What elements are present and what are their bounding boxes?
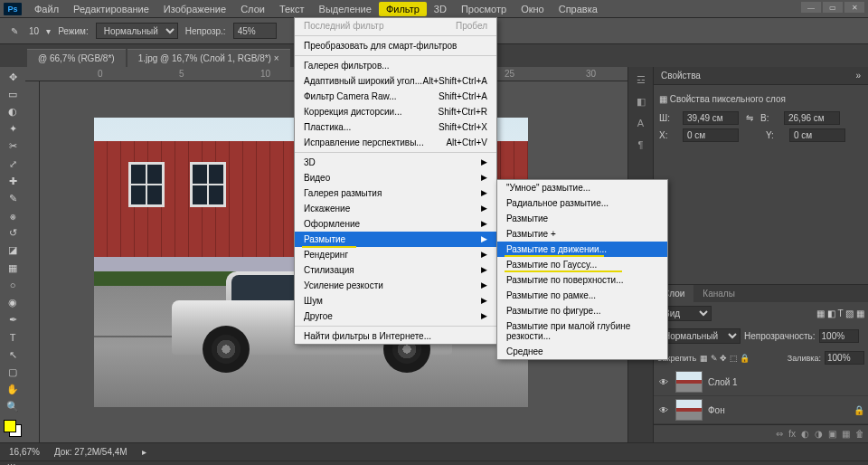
fx-icon[interactable]: fx [788, 429, 796, 439]
layer-opacity-input[interactable] [819, 329, 859, 343]
filter-menu-item[interactable]: Шум▶ [295, 293, 496, 308]
y-input[interactable] [789, 128, 845, 142]
pen-tool[interactable]: ✒ [2, 312, 24, 328]
layer-blend-select[interactable]: Нормальный [657, 328, 741, 344]
blur-submenu-item[interactable]: Размытие в движении... [497, 242, 667, 257]
filter-menu-item[interactable]: Галерея размытия▶ [295, 185, 496, 201]
filter-menu-item[interactable]: Исправление перспективы...Alt+Ctrl+V [295, 135, 496, 150]
menu-3d[interactable]: 3D [427, 2, 454, 16]
document-tab[interactable]: 1.jpg @ 16,7% (Слой 1, RGB/8*) × [127, 49, 290, 67]
type-tool[interactable]: T [2, 329, 24, 346]
heal-tool[interactable]: ✚ [2, 173, 24, 189]
filter-menu-item[interactable]: Размытие▶ [295, 232, 496, 247]
filter-menu-item[interactable]: Видео▶ [295, 170, 496, 185]
eyedropper-tool[interactable]: ⤢ [2, 156, 24, 172]
folder-icon[interactable]: ▣ [828, 429, 836, 439]
wand-tool[interactable]: ✦ [2, 121, 24, 138]
blur-submenu-item[interactable]: Размытие + [497, 226, 667, 242]
mode-label: Режим: [58, 26, 89, 36]
menu-окно[interactable]: Окно [514, 2, 552, 16]
blend-mode-select[interactable]: Нормальный [96, 23, 178, 39]
visibility-icon[interactable]: 👁 [657, 405, 670, 415]
history-icon[interactable]: ☲ [632, 71, 650, 89]
filter-menu-item[interactable]: Другое▶ [295, 308, 496, 324]
brush-size[interactable]: 10 [29, 26, 39, 36]
blur-submenu-item[interactable]: Радиальное размытие... [497, 195, 667, 211]
filter-menu-item[interactable]: Рендеринг▶ [295, 247, 496, 262]
crop-tool[interactable]: ✂ [2, 138, 24, 155]
document-tab[interactable]: @ 66,7% (RGB/8*) [27, 49, 126, 67]
menu-слои[interactable]: Слои [233, 2, 272, 16]
blur-tool[interactable]: ○ [2, 277, 24, 293]
filter-menu-item[interactable]: Фильтр Camera Raw...Shift+Ctrl+A [295, 89, 496, 104]
gradient-tool[interactable]: ▦ [2, 260, 24, 276]
properties-header: Свойства» [654, 67, 868, 85]
filter-menu-item[interactable]: Преобразовать для смарт-фильтров [295, 38, 496, 53]
stamp-tool[interactable]: ⎈ [2, 208, 24, 224]
filter-menu-item[interactable]: Галерея фильтров... [295, 58, 496, 73]
new-layer-icon[interactable]: ▦ [842, 429, 850, 439]
shape-tool[interactable]: ▢ [2, 364, 24, 380]
menu-справка[interactable]: Справка [552, 2, 605, 16]
trash-icon[interactable]: 🗑 [855, 429, 864, 439]
doc-info: Док: 27,2M/54,4M [54, 447, 127, 457]
brush-tool[interactable]: ✎ [2, 190, 24, 206]
filter-menu-item[interactable]: Стилизация▶ [295, 262, 496, 278]
filter-menu-item[interactable]: Коррекция дисторсии...Shift+Ctrl+R [295, 104, 496, 119]
menu-текст[interactable]: Текст [272, 2, 312, 16]
path-tool[interactable]: ↖ [2, 346, 24, 363]
blur-submenu-item[interactable]: Размытие [497, 211, 667, 226]
lasso-tool[interactable]: ◐ [2, 103, 24, 119]
layer-row[interactable]: 👁 Слой 1 [654, 368, 868, 396]
layer-row[interactable]: 👁 Фон 🔒 [654, 396, 868, 424]
tab-channels[interactable]: Каналы [693, 285, 744, 302]
color-swatches[interactable] [4, 420, 22, 437]
blur-submenu-item[interactable]: Размытие по поверхности... [497, 272, 667, 288]
zoom-level[interactable]: 16,67% [9, 447, 40, 457]
para-icon[interactable]: ¶ [632, 136, 650, 154]
blur-submenu-item[interactable]: Размытие при малой глубине резкости... [497, 318, 667, 344]
eraser-tool[interactable]: ◪ [2, 242, 24, 259]
height-input[interactable] [784, 111, 840, 125]
width-input[interactable] [683, 111, 739, 125]
visibility-icon[interactable]: 👁 [657, 377, 670, 387]
menu-изображение[interactable]: Изображение [156, 2, 233, 16]
close-button[interactable]: ✕ [844, 2, 864, 13]
marquee-tool[interactable]: ▭ [2, 86, 24, 102]
blur-submenu-item[interactable]: Среднее [497, 344, 667, 359]
color-icon[interactable]: ◧ [632, 92, 650, 110]
link-icon[interactable]: ⇔ [776, 429, 783, 439]
hand-tool[interactable]: ✋ [2, 381, 24, 397]
char-icon[interactable]: A [632, 114, 650, 132]
filter-menu-item[interactable]: Усиление резкости▶ [295, 278, 496, 293]
blur-submenu-item[interactable]: Размытие по Гауссу... [497, 257, 667, 272]
menu-просмотр[interactable]: Просмотр [454, 2, 514, 16]
maximize-button[interactable]: ▭ [823, 2, 843, 13]
filter-menu-item[interactable]: Найти фильтры в Интернете... [295, 328, 496, 344]
menu-выделение[interactable]: Выделение [312, 2, 379, 16]
layer-thumbnail [675, 399, 703, 421]
history-brush-tool[interactable]: ↺ [2, 225, 24, 242]
blur-submenu-item[interactable]: Размытие по фигуре... [497, 303, 667, 318]
timeline-panel[interactable]: Шкала времени [0, 460, 868, 465]
minimize-button[interactable]: — [801, 2, 821, 13]
adjust-icon[interactable]: ◑ [815, 429, 823, 439]
blur-submenu-item[interactable]: "Умное" размытие... [497, 180, 667, 195]
blur-submenu-item[interactable]: Размытие по рамке... [497, 288, 667, 303]
menu-файл[interactable]: Файл [27, 2, 66, 16]
filter-menu-item[interactable]: Пластика...Shift+Ctrl+X [295, 119, 496, 135]
filter-menu-item[interactable]: Искажение▶ [295, 201, 496, 216]
mask-icon[interactable]: ◐ [801, 429, 809, 439]
dodge-tool[interactable]: ◉ [2, 294, 24, 310]
menu-редактирование[interactable]: Редактирование [66, 2, 156, 16]
brush-icon[interactable]: ✎ [7, 24, 22, 38]
opacity-input[interactable] [233, 23, 277, 39]
filter-menu-item[interactable]: Оформление▶ [295, 216, 496, 232]
move-tool[interactable]: ✥ [2, 69, 24, 85]
filter-menu-item[interactable]: 3D▶ [295, 155, 496, 170]
layer-fill-input[interactable] [825, 351, 864, 365]
zoom-tool[interactable]: 🔍 [2, 399, 24, 415]
menu-фильтр[interactable]: Фильтр [379, 2, 427, 16]
filter-menu-item[interactable]: Адаптивный широкий угол...Alt+Shift+Ctrl… [295, 73, 496, 89]
x-input[interactable] [683, 128, 739, 142]
